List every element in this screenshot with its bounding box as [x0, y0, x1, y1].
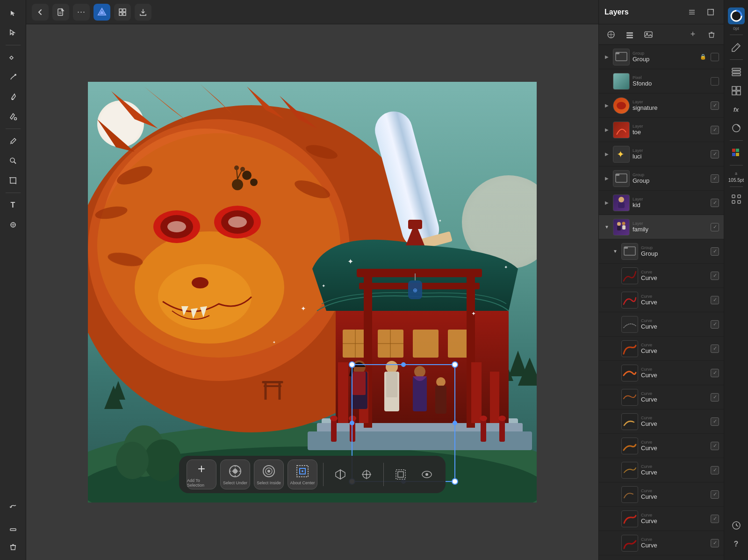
layer-checkbox[interactable]: ✓ — [711, 126, 719, 134]
move-tool[interactable] — [4, 4, 22, 22]
canvas-area[interactable]: ⊕ — [26, 24, 598, 560]
layer-checkbox[interactable]: ✓ — [711, 101, 719, 110]
about-center-btn[interactable]: About Center — [288, 459, 317, 489]
affinity-logo[interactable] — [94, 4, 110, 21]
layer-checkbox[interactable]: ✓ — [711, 369, 719, 377]
export-button[interactable] — [135, 4, 151, 21]
layer-checkbox[interactable]: ✓ — [711, 442, 719, 450]
shape-tool[interactable] — [4, 215, 22, 234]
layer-curve-6[interactable]: Curve Curve ✓ — [599, 385, 724, 409]
zoom-tool[interactable] — [4, 151, 22, 170]
layer-checkbox[interactable]: ✓ — [711, 247, 719, 256]
fx-btn[interactable]: fx — [728, 101, 745, 118]
grid-view-button[interactable] — [114, 4, 131, 21]
layer-checkbox[interactable]: ✓ — [711, 223, 719, 231]
brush-tool[interactable] — [4, 87, 22, 106]
layer-arrow[interactable]: ▼ — [604, 224, 610, 230]
layer-checkbox[interactable]: ✓ — [711, 393, 719, 402]
canvas[interactable]: ⊕ — [88, 82, 537, 503]
layer-curve-10[interactable]: Curve Curve ✓ — [599, 482, 724, 507]
pen-tool[interactable] — [4, 68, 22, 86]
layer-checkbox[interactable]: ✓ — [711, 345, 719, 353]
document-button[interactable] — [52, 4, 69, 21]
layer-curve-2[interactable]: Curve Curve ✓ — [599, 288, 724, 312]
layer-arrow[interactable]: ▶ — [604, 102, 610, 109]
layer-group-2[interactable]: ▶ Group Group ✓ — [599, 166, 724, 191]
layer-arrow[interactable]: ▶ — [604, 54, 610, 60]
layers-list[interactable]: ▶ Group Group 🔒 ▶ Pixel Sfondo ▶ — [599, 45, 724, 560]
select-inside-btn[interactable]: Select Inside — [254, 459, 284, 489]
undo-extra[interactable] — [4, 498, 22, 517]
text-tool[interactable]: T — [4, 196, 22, 215]
layer-curve-4[interactable]: Curve Curve ✓ — [599, 337, 724, 361]
layer-curve-5[interactable]: Curve Curve ✓ — [599, 361, 724, 385]
add-to-selection-btn[interactable]: + Add To Selection — [187, 459, 216, 489]
pixel-settings-btn[interactable] — [728, 82, 745, 99]
back-button[interactable] — [32, 4, 49, 21]
layer-checkbox[interactable]: ✓ — [711, 539, 719, 547]
swatches-btn[interactable] — [728, 144, 745, 161]
layers-settings-btn[interactable] — [728, 64, 745, 80]
select-under-btn[interactable]: Select Under — [220, 459, 250, 489]
color-settings-btn[interactable] — [728, 120, 745, 136]
layer-checkbox[interactable] — [711, 53, 719, 61]
layer-kid[interactable]: ▶ Layer kid ✓ — [599, 191, 724, 215]
layer-checkbox[interactable]: ✓ — [711, 174, 719, 183]
delete-tool[interactable] — [4, 538, 22, 556]
layer-curve-12[interactable]: Curve Curve ✓ — [599, 531, 724, 555]
selection-tool[interactable] — [4, 23, 22, 42]
layer-checkbox[interactable]: ✓ — [711, 515, 719, 523]
layer-curve-7[interactable]: Curve Curve ✓ — [599, 409, 724, 434]
flip-btn[interactable] — [329, 463, 352, 486]
divider-1 — [6, 45, 21, 45]
more-button[interactable]: ··· — [73, 4, 90, 21]
redo-extra[interactable] — [4, 518, 22, 537]
layer-toe[interactable]: ▶ Layer toe ✓ — [599, 118, 724, 142]
layer-signature[interactable]: ▶ Layer signature ✓ — [599, 93, 724, 118]
panel-maximize-btn[interactable] — [703, 5, 718, 20]
selection-extra-btn[interactable] — [389, 463, 412, 486]
layer-checkbox[interactable]: ✓ — [711, 272, 719, 280]
layer-group-3[interactable]: ▼ Group Group ✓ — [599, 239, 724, 264]
layer-arrow[interactable]: ▶ — [604, 175, 610, 182]
crop-tool[interactable] — [4, 171, 22, 190]
panel-delete-btn[interactable] — [703, 26, 720, 43]
panel-image-btn[interactable] — [640, 26, 657, 43]
layer-curve-11[interactable]: Curve Curve ✓ — [599, 507, 724, 531]
layer-group-1[interactable]: ▶ Group Group 🔒 — [599, 45, 724, 69]
paint-bucket[interactable] — [4, 107, 22, 126]
eyedropper-tool[interactable] — [4, 132, 22, 151]
layer-checkbox[interactable]: ✓ — [711, 320, 719, 329]
layer-family[interactable]: ▼ Layer family ✓ — [599, 215, 724, 239]
layer-checkbox[interactable] — [711, 77, 719, 86]
panel-circle-btn[interactable] — [603, 26, 619, 43]
layer-arrow[interactable]: ▶ — [604, 200, 610, 206]
layer-arrow[interactable]: ▶ — [604, 127, 610, 133]
help-btn[interactable]: ? — [728, 536, 745, 553]
snap-btn[interactable] — [728, 191, 745, 208]
panel-layers-btn[interactable] — [621, 26, 638, 43]
layer-luci[interactable]: ▶ ✦ Layer luci ✓ — [599, 142, 724, 166]
panel-list-btn[interactable] — [684, 5, 699, 20]
history-btn[interactable] — [728, 517, 745, 534]
layer-checkbox[interactable]: ✓ — [711, 490, 719, 499]
layer-curve-3[interactable]: Curve Curve ✓ — [599, 312, 724, 337]
layer-checkbox[interactable]: ✓ — [711, 417, 719, 426]
layer-curve-1[interactable]: Curve Curve ✓ — [599, 264, 724, 288]
layer-curve-9[interactable]: Curve Curve ✓ — [599, 458, 724, 482]
crosshair-btn[interactable] — [355, 463, 378, 486]
layer-curve-8[interactable]: Curve Curve ✓ — [599, 434, 724, 458]
layer-checkbox[interactable]: ✓ — [711, 199, 719, 207]
layer-sfondo[interactable]: ▶ Pixel Sfondo — [599, 69, 724, 93]
panel-add-btn[interactable]: + — [684, 26, 701, 43]
layer-checkbox[interactable]: ✓ — [711, 466, 719, 474]
layer-arrow[interactable]: ▼ — [612, 248, 619, 255]
layer-lock[interactable]: 🔒 — [698, 52, 708, 62]
node-tool[interactable] — [4, 48, 22, 67]
visibility-btn[interactable] — [416, 463, 438, 486]
layer-arrow[interactable]: ▶ — [604, 151, 610, 158]
pencil-settings-btn[interactable] — [728, 39, 745, 56]
layer-checkbox[interactable]: ✓ — [711, 150, 719, 158]
layer-checkbox[interactable]: ✓ — [711, 296, 719, 304]
stroke-color-btn[interactable] — [728, 7, 745, 24]
